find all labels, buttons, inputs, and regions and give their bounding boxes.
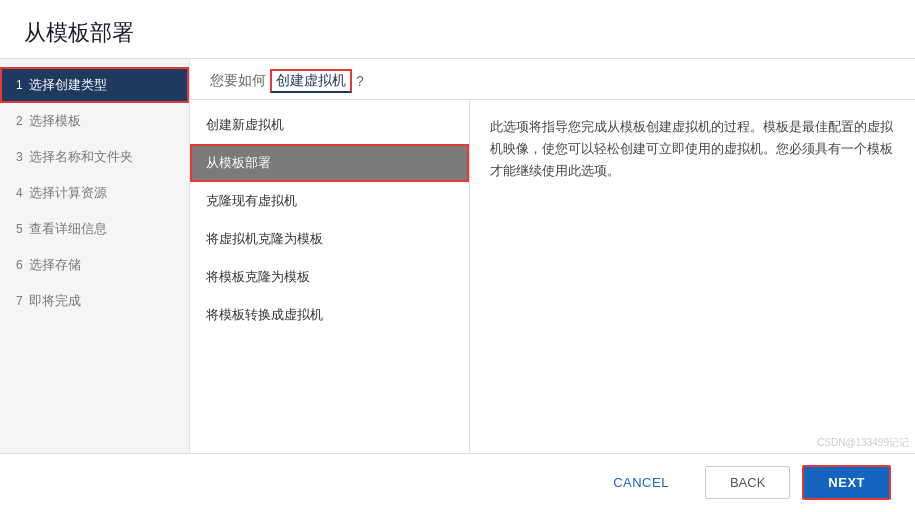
next-button[interactable]: NEXT bbox=[802, 465, 891, 500]
sidebar-item-label: 即将完成 bbox=[29, 292, 81, 310]
step-num: 2 bbox=[16, 114, 23, 128]
step-num: 7 bbox=[16, 294, 23, 308]
option-clone-existing[interactable]: 克隆现有虚拟机 bbox=[190, 182, 469, 220]
sidebar-item-label: 选择模板 bbox=[29, 112, 81, 130]
sidebar: 1 选择创建类型2 选择模板3 选择名称和文件夹4 选择计算资源5 查看详细信息… bbox=[0, 59, 190, 453]
sidebar-item-label: 选择创建类型 bbox=[29, 76, 107, 94]
question-highlighted: 创建虚拟机 bbox=[270, 69, 352, 93]
page-title: 从模板部署 bbox=[0, 0, 915, 59]
sidebar-item-label: 选择名称和文件夹 bbox=[29, 148, 133, 166]
watermark: CSDN@133499记记 bbox=[817, 436, 909, 450]
question-prefix: 您要如何 bbox=[210, 72, 266, 90]
step-num: 4 bbox=[16, 186, 23, 200]
sidebar-item-7[interactable]: 7 即将完成 bbox=[0, 283, 189, 319]
option-create-new[interactable]: 创建新虚拟机 bbox=[190, 106, 469, 144]
step-num: 1 bbox=[16, 78, 23, 92]
cancel-button[interactable]: CANCEL bbox=[589, 467, 693, 498]
sidebar-item-label: 选择存储 bbox=[29, 256, 81, 274]
sidebar-item-label: 查看详细信息 bbox=[29, 220, 107, 238]
option-from-template[interactable]: 从模板部署 bbox=[190, 144, 469, 182]
sidebar-item-6[interactable]: 6 选择存储 bbox=[0, 247, 189, 283]
sidebar-item-2[interactable]: 2 选择模板 bbox=[0, 103, 189, 139]
option-vm-to-template[interactable]: 将虚拟机克隆为模板 bbox=[190, 220, 469, 258]
sidebar-item-1[interactable]: 1 选择创建类型 bbox=[0, 67, 189, 103]
options-list: 创建新虚拟机从模板部署克隆现有虚拟机将虚拟机克隆为模板将模板克隆为模板将模板转换… bbox=[190, 100, 470, 453]
step-num: 6 bbox=[16, 258, 23, 272]
description-panel: 此选项将指导您完成从模板创建虚拟机的过程。模板是最佳配置的虚拟机映像，使您可以轻… bbox=[470, 100, 915, 453]
back-button[interactable]: BACK bbox=[705, 466, 790, 499]
sidebar-item-5[interactable]: 5 查看详细信息 bbox=[0, 211, 189, 247]
sidebar-item-label: 选择计算资源 bbox=[29, 184, 107, 202]
step-num: 3 bbox=[16, 150, 23, 164]
content-question: 您要如何 创建虚拟机 ? bbox=[190, 59, 915, 100]
footer: CANCEL BACK NEXT bbox=[0, 453, 915, 511]
step-num: 5 bbox=[16, 222, 23, 236]
sidebar-item-4[interactable]: 4 选择计算资源 bbox=[0, 175, 189, 211]
sidebar-item-3[interactable]: 3 选择名称和文件夹 bbox=[0, 139, 189, 175]
option-template-to-template[interactable]: 将模板克隆为模板 bbox=[190, 258, 469, 296]
question-suffix: ? bbox=[356, 73, 364, 89]
option-template-to-vm[interactable]: 将模板转换成虚拟机 bbox=[190, 296, 469, 334]
